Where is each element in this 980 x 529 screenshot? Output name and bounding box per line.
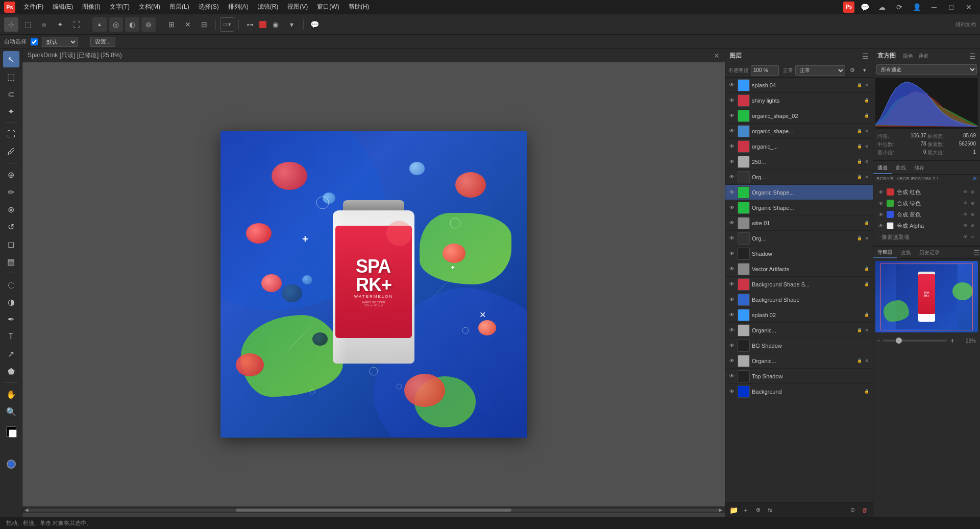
channel-tab[interactable]: 通道 [918, 53, 928, 60]
tab-navigator[interactable]: 导航器 [873, 247, 897, 258]
select-mode-dropdown[interactable]: 默认 [42, 37, 78, 47]
menu-view[interactable]: 视图(V) [283, 1, 312, 13]
transform3-btn[interactable]: ⊟ [197, 17, 211, 32]
channel-alpha[interactable]: 👁 合成 Alpha 👁 ⊕ [877, 220, 976, 231]
h-scroll-track[interactable] [29, 509, 719, 512]
eraser-tool[interactable]: ◻ [3, 236, 19, 252]
tab-channels[interactable]: 通道 [873, 163, 892, 174]
crop-btn[interactable]: ⛶ [69, 17, 84, 32]
layer-eye-icon[interactable]: 👁 [728, 327, 736, 334]
transform1-btn[interactable]: ⊞ [164, 17, 179, 32]
tab-transform[interactable]: 变换 [897, 248, 915, 258]
layer-eye-icon[interactable]: 👁 [728, 357, 736, 365]
max-btn[interactable]: □ [944, 0, 959, 14]
menu-arrange[interactable]: 排列(A) [224, 1, 253, 13]
magic-wand-btn[interactable]: ✦ [53, 17, 67, 32]
pen-tool[interactable]: ✒ [3, 311, 19, 327]
layers-menu-btn[interactable]: ☰ [862, 52, 869, 60]
delete-layer-btn[interactable]: 🗑 [860, 505, 870, 515]
clone-tool[interactable]: ⊗ [3, 201, 19, 218]
canvas-content[interactable]: SPARK+ WATERMELON HARD SELTZER 250 ml · … [22, 62, 725, 507]
background-color[interactable] [9, 429, 17, 438]
menu-doc[interactable]: 文档(M) [135, 1, 164, 13]
layer-eye-icon[interactable]: 👁 [728, 296, 736, 303]
menu-text[interactable]: 文字(T) [106, 1, 134, 13]
layer-item[interactable]: 👁Background Shape S...🔒 [725, 277, 873, 292]
layer-eye-icon[interactable]: 👁 [728, 342, 736, 349]
layer-eye-icon[interactable]: 👁 [728, 235, 736, 242]
zoom-slider[interactable] [883, 340, 947, 342]
auto-select-checkbox[interactable] [31, 38, 38, 45]
layer-item[interactable]: 👁Top Shadow [725, 369, 873, 384]
close-btn[interactable]: ✕ [962, 0, 976, 14]
pixel-select-item[interactable]: 像素选取项 👁 ✏ [877, 231, 976, 243]
align2-btn[interactable] [259, 21, 266, 28]
layer-item[interactable]: 👁organic_...🔒⊗ [725, 139, 873, 154]
gradient-tool[interactable]: ▤ [3, 253, 19, 270]
layer-item[interactable]: 👁Organic Shape... [725, 200, 873, 215]
align4-btn[interactable]: ▾ [285, 17, 299, 32]
layer-eye-icon[interactable]: 👁 [728, 189, 736, 196]
dodge-tool[interactable]: ◑ [3, 294, 19, 310]
layer-item[interactable]: 👁BG Shadow [725, 338, 873, 353]
new-layer-btn[interactable]: + [741, 505, 751, 515]
user-btn[interactable]: 👤 [910, 0, 924, 14]
arrange-btn[interactable]: Ps [843, 2, 854, 13]
add-mask-btn[interactable]: ⊕ [753, 505, 763, 515]
new-group-btn[interactable]: 📁 [728, 505, 739, 515]
min-btn[interactable]: ─ [927, 0, 941, 14]
path-select-tool[interactable]: ↗ [3, 346, 19, 362]
adjustment-btn[interactable]: ⊙ [847, 505, 857, 515]
layer-eye-icon[interactable]: 👁 [728, 97, 736, 104]
transform2-btn[interactable]: ✕ [181, 17, 195, 32]
preset3-btn[interactable]: ◐ [125, 17, 139, 32]
scroll-right-btn[interactable]: ▶ [719, 507, 723, 513]
zoom-out-btn[interactable]: - [877, 336, 880, 345]
layer-eye-icon[interactable]: 👁 [728, 220, 736, 227]
navigator-menu-btn[interactable]: ☰ [973, 249, 980, 257]
layer-item[interactable]: 👁splash 02🔒 [725, 307, 873, 323]
layer-item[interactable]: 👁shiny lights🔒 [725, 93, 873, 108]
shape-tool[interactable]: ⬟ [3, 363, 19, 379]
preset2-btn[interactable]: ◎ [109, 17, 123, 32]
layer-eye-icon[interactable]: 👁 [728, 311, 736, 319]
menu-window[interactable]: 窗口(W) [313, 1, 343, 13]
menu-image[interactable]: 图像(I) [78, 1, 104, 13]
opacity-input[interactable] [751, 65, 779, 76]
hand-tool[interactable]: ✋ [3, 386, 19, 402]
blend-mode-dropdown[interactable]: 正常 [795, 65, 845, 76]
menu-edit[interactable]: 编辑(E) [48, 1, 77, 13]
layer-eye-icon[interactable]: 👁 [728, 388, 736, 395]
align1-btn[interactable]: ⊶ [243, 17, 257, 32]
layer-eye-icon[interactable]: 👁 [728, 128, 736, 135]
preset1-btn[interactable]: ▲ [92, 17, 107, 32]
layer-eye-icon[interactable]: 👁 [728, 266, 736, 273]
zoom-tool[interactable]: 🔍 [3, 403, 19, 420]
color-tab[interactable]: 颜色 [903, 53, 913, 60]
zoom-thumb[interactable] [896, 338, 902, 344]
cloud-btn[interactable]: ☁ [875, 0, 889, 14]
zoom-in-btn[interactable]: + [950, 336, 954, 345]
layer-eye-icon[interactable]: 👁 [728, 373, 736, 380]
layer-item[interactable]: 👁Background Shape [725, 292, 873, 307]
layer-item[interactable]: 👁Org...🔒⊗ [725, 231, 873, 246]
lasso-tool[interactable]: ⊂ [3, 86, 19, 102]
channel-green[interactable]: 👁 合成 绿色 👁 ⊕ [877, 198, 976, 209]
layers-list[interactable]: 👁splash 04🔒⊗👁shiny lights🔒👁organic_shape… [725, 78, 873, 502]
quick-mask-btn[interactable] [3, 456, 19, 472]
layer-eye-icon[interactable]: 👁 [728, 204, 736, 211]
menu-select[interactable]: 选择(S) [194, 1, 223, 13]
move-tool[interactable]: ↖ [3, 51, 19, 67]
layer-eye-icon[interactable]: 👁 [728, 158, 736, 165]
menu-filter[interactable]: 滤镜(R) [254, 1, 283, 13]
layers-settings-btn[interactable]: ⚙ [847, 65, 857, 76]
layer-eye-icon[interactable]: 👁 [728, 82, 736, 89]
history-brush-tool[interactable]: ↺ [3, 219, 19, 235]
lasso-tool-btn[interactable]: ⌾ [37, 17, 51, 32]
layer-eye-icon[interactable]: 👁 [728, 143, 736, 150]
tab-curves[interactable]: 曲线 [892, 163, 910, 174]
healing-tool[interactable]: ⊕ [3, 166, 19, 183]
layer-item[interactable]: 👁organic_shape_02🔒 [725, 108, 873, 124]
menu-help[interactable]: 帮助(H) [345, 1, 374, 13]
menu-file[interactable]: 文件(F) [19, 1, 47, 13]
